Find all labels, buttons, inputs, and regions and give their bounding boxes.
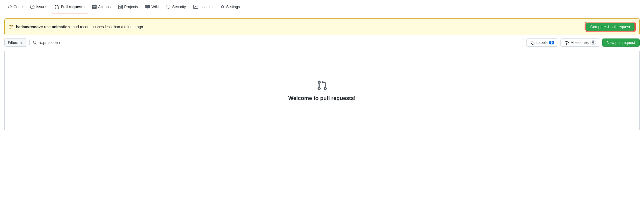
pull-requests-list: Welcome to pull requests! xyxy=(4,50,640,131)
code-icon xyxy=(8,5,12,9)
recent-push-banner: hadam/remove-use-animation had recent pu… xyxy=(4,18,640,35)
new-pull-request-button[interactable]: New pull request xyxy=(602,38,640,47)
labels-count: 9 xyxy=(549,41,554,44)
banner-message: had recent pushes less than a minute ago xyxy=(72,25,143,29)
issues-icon xyxy=(30,5,34,9)
nav-label-settings: Settings xyxy=(226,5,240,9)
milestones-text: Milestones xyxy=(570,40,589,45)
settings-icon xyxy=(220,5,225,9)
banner-branch-name: hadam/remove-use-animation xyxy=(16,25,70,29)
milestone-icon xyxy=(565,40,569,45)
nav-label-insights: Insights xyxy=(199,5,212,9)
nav-item-insights[interactable]: Insights xyxy=(190,0,216,14)
insights-icon xyxy=(193,5,198,9)
label-icon xyxy=(530,40,535,45)
labels-button[interactable]: Labels 9 xyxy=(526,38,558,46)
nav-label-actions: Actions xyxy=(98,5,111,9)
nav-item-projects[interactable]: Projects xyxy=(115,0,141,14)
banner-text: hadam/remove-use-animation had recent pu… xyxy=(9,25,143,29)
nav-item-security[interactable]: Security xyxy=(163,0,189,14)
search-icon xyxy=(33,40,37,45)
nav-bar: Code Issues Pull requests Actions xyxy=(0,0,644,14)
nav-item-wiki[interactable]: Wiki xyxy=(142,0,162,14)
labels-text: Labels xyxy=(536,40,547,45)
empty-state-title: Welcome to pull requests! xyxy=(288,95,356,101)
nav-item-actions[interactable]: Actions xyxy=(89,0,114,14)
milestones-button[interactable]: Milestones 0 xyxy=(560,38,600,46)
nav-item-code[interactable]: Code xyxy=(4,0,26,14)
pull-request-large-icon xyxy=(317,80,327,91)
filters-dropdown-button[interactable]: Filters xyxy=(4,38,27,46)
milestones-count: 0 xyxy=(590,40,596,45)
pr-icon xyxy=(55,5,59,9)
nav-label-pull-requests: Pull requests xyxy=(61,5,85,9)
nav-label-code: Code xyxy=(14,5,23,9)
nav-item-pull-requests[interactable]: Pull requests xyxy=(52,0,88,14)
filters-row: Filters Labels 9 Milestones 0 xyxy=(0,38,644,50)
nav-label-security: Security xyxy=(172,5,186,9)
projects-icon xyxy=(118,5,123,9)
search-input[interactable] xyxy=(39,40,521,45)
security-icon xyxy=(166,5,171,9)
chevron-down-icon xyxy=(19,40,24,45)
nav-label-projects: Projects xyxy=(124,5,138,9)
nav-label-wiki: Wiki xyxy=(151,5,158,9)
actions-icon xyxy=(92,5,97,9)
filters-label: Filters xyxy=(8,40,18,45)
compare-pull-request-button[interactable]: Compare & pull request xyxy=(585,22,635,31)
nav-item-settings[interactable]: Settings xyxy=(217,0,243,14)
nav-label-issues: Issues xyxy=(36,5,47,9)
branch-icon xyxy=(9,25,13,29)
wiki-icon xyxy=(145,5,150,9)
search-box xyxy=(29,39,524,46)
nav-item-issues[interactable]: Issues xyxy=(27,0,50,14)
